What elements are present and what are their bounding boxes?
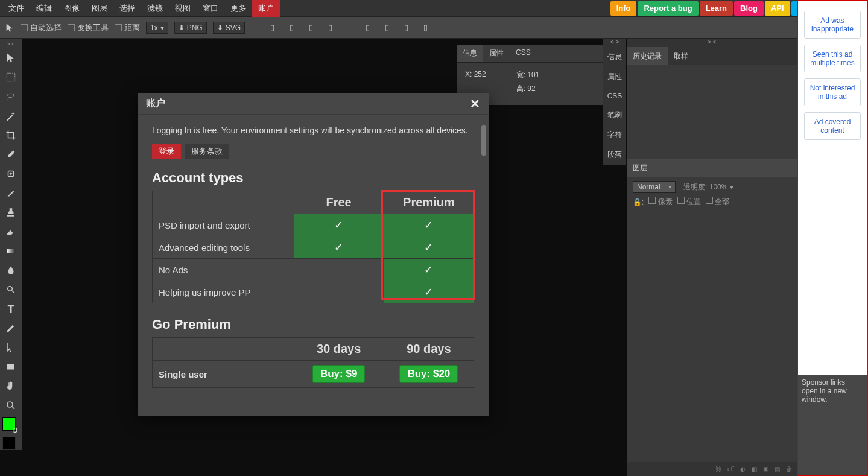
tos-button[interactable]: 服务条款 — [185, 144, 229, 159]
align-right-icon[interactable]: ▯ — [304, 22, 317, 34]
info-tab-css[interactable]: CSS — [510, 45, 537, 62]
chevron-down-icon[interactable]: ▾ — [730, 183, 733, 191]
menu-image[interactable]: 图像 — [58, 0, 86, 17]
blur-tool[interactable] — [0, 261, 22, 280]
svg-point-3 — [8, 287, 13, 291]
ad-option-seen-many[interactable]: Seen this ad multiple times — [804, 45, 861, 72]
folder-icon[interactable]: ▣ — [763, 466, 768, 472]
modal-intro: Logging In is free. Your environment set… — [152, 125, 474, 135]
export-svg-button[interactable]: ⬇SVG — [213, 22, 245, 34]
ad-option-inappropriate[interactable]: Ad was inappropriate — [804, 11, 861, 39]
fx-icon[interactable]: eff — [727, 466, 734, 472]
svg-rect-2 — [7, 249, 15, 253]
link-layers-icon[interactable]: ⛓ — [715, 466, 721, 472]
align-left-icon[interactable]: ▯ — [265, 22, 279, 34]
pen-tool[interactable] — [0, 319, 22, 338]
side-status[interactable]: < > — [603, 39, 626, 47]
login-button[interactable]: 登录 — [152, 144, 181, 159]
ad-option-not-interested[interactable]: Not interested in this ad — [804, 78, 861, 106]
link-info[interactable]: Info — [610, 1, 637, 16]
side-brush[interactable]: 笔刷 — [603, 105, 626, 125]
hand-tool[interactable] — [0, 376, 22, 396]
crop-tool[interactable] — [0, 125, 22, 145]
gradient-tool[interactable] — [0, 241, 22, 261]
side-css[interactable]: CSS — [603, 87, 626, 105]
col-30days: 30 days — [294, 338, 384, 361]
side-character[interactable]: 字符 — [603, 125, 626, 145]
link-report-bug[interactable]: Report a bug — [638, 1, 698, 16]
tab-swatches[interactable]: 取样 — [668, 47, 694, 65]
distribute-spacing-icon[interactable]: ▯ — [399, 22, 413, 34]
svg-rect-0 — [7, 73, 15, 81]
table-row: No Ads ✓ — [153, 259, 474, 281]
zoom-tool[interactable] — [0, 396, 22, 415]
png-label: PNG — [187, 24, 203, 32]
new-layer-icon[interactable]: ▤ — [775, 466, 780, 472]
menu-account[interactable]: 账户 — [252, 0, 280, 17]
ad-option-covered[interactable]: Ad covered content — [804, 112, 861, 140]
text-tool[interactable] — [0, 299, 22, 319]
menu-edit[interactable]: 编辑 — [30, 0, 58, 17]
eyedropper-tool[interactable] — [0, 145, 22, 164]
heal-tool[interactable] — [0, 164, 22, 183]
marquee-tool[interactable] — [0, 68, 22, 87]
check-icon: ✓ — [424, 264, 433, 276]
distribute-v-icon[interactable]: ▯ — [380, 22, 393, 34]
menu-layer[interactable]: 图层 — [86, 0, 113, 17]
right-status[interactable]: > < — [627, 39, 797, 47]
side-props[interactable]: 属性 — [603, 67, 626, 87]
info-tab-props[interactable]: 属性 — [483, 45, 510, 62]
menu-more[interactable]: 更多 — [224, 0, 252, 17]
wand-tool[interactable] — [0, 106, 22, 125]
link-blog[interactable]: Blog — [734, 1, 764, 16]
toolbox-handle[interactable]: > < — [0, 41, 22, 48]
mask-icon[interactable]: ◐ — [740, 466, 746, 472]
menu-window[interactable]: 窗口 — [197, 0, 224, 17]
blend-mode-select[interactable]: Normal — [633, 181, 676, 193]
tab-history[interactable]: 历史记录 — [627, 47, 668, 65]
lasso-tool[interactable] — [0, 87, 22, 106]
brush-tool[interactable] — [0, 183, 22, 203]
adjustment-icon[interactable]: ◧ — [752, 466, 757, 472]
link-learn[interactable]: Learn — [700, 1, 733, 16]
auto-select-checkbox[interactable]: 自动选择 — [21, 22, 62, 33]
info-tab-info[interactable]: 信息 — [457, 45, 483, 62]
opacity-value[interactable]: 100% — [709, 183, 728, 191]
close-icon[interactable]: ✕ — [470, 97, 480, 111]
buy-9-button[interactable]: Buy: $9 — [312, 365, 365, 383]
lock-all-checkbox[interactable]: 全部 — [706, 197, 729, 207]
eraser-tool[interactable] — [0, 222, 22, 241]
align-center-icon[interactable]: ▯ — [285, 22, 298, 34]
move-tool[interactable] — [0, 48, 22, 68]
dodge-tool[interactable] — [0, 280, 22, 299]
opacity-label: 透明度: — [683, 183, 707, 191]
path-select-tool[interactable] — [0, 338, 22, 357]
transform-checkbox[interactable]: 变换工具 — [68, 22, 109, 33]
menu-filter[interactable]: 滤镜 — [141, 0, 169, 17]
scale-select[interactable]: 1x▾ — [146, 22, 168, 34]
distribute-h-icon[interactable]: ▯ — [361, 22, 374, 34]
layers-header[interactable]: 图层 — [627, 159, 797, 177]
align-top-icon[interactable]: ▯ — [323, 22, 337, 34]
ad-sponsor-note: Sponsor links open in a new window. — [797, 375, 868, 476]
buy-20-button[interactable]: Buy: $20 — [399, 365, 458, 383]
default-colors-label[interactable]: D — [12, 427, 17, 434]
lock-pixels-checkbox[interactable]: 像素 — [648, 197, 672, 207]
distance-checkbox[interactable]: 距离 — [115, 22, 140, 33]
lock-position-checkbox[interactable]: 位置 — [677, 197, 701, 207]
trash-icon[interactable]: 🗑 — [786, 466, 792, 472]
lock-pixels-label: 像素 — [658, 197, 673, 206]
table-row: Helping us improve PP ✓ — [153, 281, 474, 303]
menu-select[interactable]: 选择 — [113, 0, 141, 17]
link-api[interactable]: API — [765, 1, 790, 16]
side-paragraph[interactable]: 段落 — [603, 145, 626, 165]
side-info[interactable]: 信息 — [603, 47, 626, 67]
stamp-tool[interactable] — [0, 203, 22, 222]
menu-view[interactable]: 视图 — [169, 0, 197, 17]
shape-tool[interactable] — [0, 357, 22, 376]
table-row: Single user Buy: $9 Buy: $20 — [153, 361, 474, 388]
menu-file[interactable]: 文件 — [2, 0, 30, 17]
modal-scrollbar[interactable] — [481, 125, 486, 156]
export-png-button[interactable]: ⬇PNG — [174, 22, 207, 34]
distribute-more-icon[interactable]: ▯ — [419, 22, 432, 34]
